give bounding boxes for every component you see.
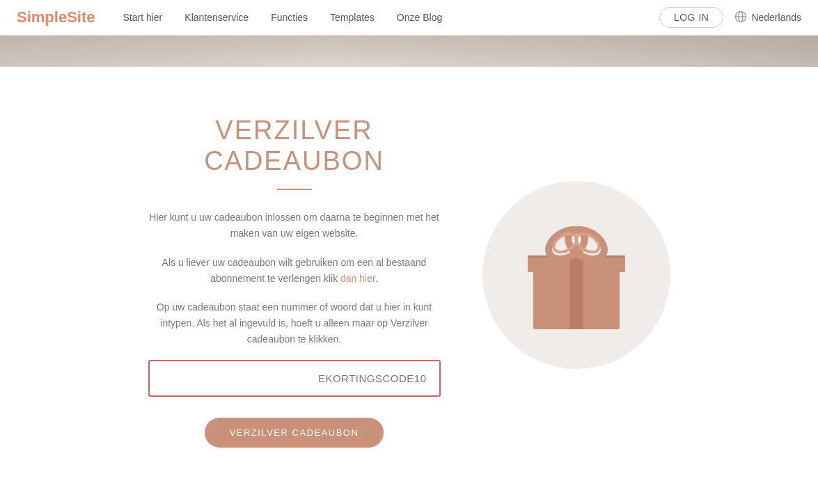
hero-strip [0,36,818,67]
nav-right: LOG IN Nederlands [659,7,801,28]
brand-logo[interactable]: SimpleSite [17,8,95,26]
gift-icon [521,212,632,338]
nav-link-templates[interactable]: Templates [330,12,375,23]
language-label: Nederlands [751,12,801,23]
description-paragraph-2: Als u liever uw cadeaubon wilt gebruiken… [148,255,441,287]
nav-link-klantenservice[interactable]: Klantenservice [184,12,249,23]
coupon-input-wrapper [148,360,441,397]
gift-illustration-section [482,102,670,448]
navbar: SimpleSite Start hier Klantenservice Fun… [0,0,818,36]
main-content: VERZILVER CADEAUBON Hier kunt u uw cadea… [0,67,818,475]
language-selector[interactable]: Nederlands [734,10,801,25]
nav-link-start[interactable]: Start hier [123,12,162,23]
gift-circle [482,181,670,369]
nav-links: Start hier Klantenservice Functies Templ… [123,12,659,23]
svg-rect-7 [569,272,583,329]
description-paragraph-3: Op uw cadeaubon staat een nummer of woor… [148,299,441,347]
redeem-button[interactable]: VERZILVER CADEAUBON [205,418,384,448]
coupon-input[interactable] [151,363,438,394]
coupon-section: VERZILVER CADEAUBON Hier kunt u uw cadea… [148,102,441,448]
nav-link-functies[interactable]: Functies [271,12,308,23]
page-title: VERZILVER CADEAUBON [148,116,441,176]
title-divider [277,189,312,190]
dan-hier-link[interactable]: dan hier [340,273,375,284]
description-paragraph-1: Hier kunt u uw cadeaubon inlossen om daa… [148,210,441,242]
globe-icon [734,10,747,25]
login-button[interactable]: LOG IN [659,7,723,28]
nav-link-blog[interactable]: Onze Blog [397,12,442,23]
